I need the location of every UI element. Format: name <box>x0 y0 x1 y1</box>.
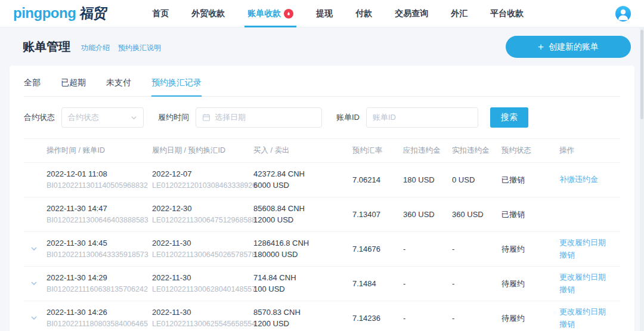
operation-time: 2022-11-30 14:45 <box>47 238 146 249</box>
feature-intro-link[interactable]: 功能介绍 <box>81 43 110 53</box>
bill-id-input[interactable]: 账单ID <box>366 107 478 128</box>
penalty-due: - <box>403 279 452 288</box>
exchange-reservation-id: LE01202211300625545658554 <box>152 318 247 330</box>
penalty-actual: - <box>452 279 501 288</box>
nav-item-home[interactable]: 首页 <box>141 0 180 27</box>
buy-amount: 42372.84 CNH <box>253 169 346 180</box>
action-link[interactable]: 更改履约日期 <box>559 237 614 249</box>
sell-amount: 180000 USD <box>253 249 346 261</box>
nav-item-bill-collection[interactable]: 账单收款 <box>236 0 305 27</box>
tab-overdue[interactable]: 已超期 <box>61 69 86 96</box>
expand-chevron-icon[interactable] <box>29 313 39 323</box>
bill-management-panel: 全部 已超期 未支付 预约换汇记录 合约状态 合约状态 履约时间 选择日期 账单… <box>10 66 634 331</box>
table-row: 2022-12-01 11:08 BI012022113011405059688… <box>24 162 620 197</box>
row-actions: 更改履约日期撤销 <box>559 272 620 296</box>
page-header: 账单管理 功能介绍 预约换汇说明 + 创建新的账单 <box>0 27 644 66</box>
brand-logo[interactable]: pingpong 福贸 <box>13 4 107 23</box>
col-perform-date-exchange-id: 履约日期 / 预约换汇ID <box>152 146 253 156</box>
reservation-status: 已撤销 <box>501 209 559 220</box>
tab-all[interactable]: 全部 <box>24 69 41 96</box>
expand-chevron-icon[interactable] <box>29 244 39 253</box>
reservation-status: 已撤销 <box>501 175 559 185</box>
tab-bar: 全部 已超期 未支付 预约换汇记录 <box>24 69 620 97</box>
expand-chevron-icon[interactable] <box>29 279 39 288</box>
logo-pingpong: pingpong <box>13 5 76 21</box>
table-header-row: 操作时间 / 账单ID 履约日期 / 预约换汇ID 买入 / 卖出 预约汇率 应… <box>24 138 620 162</box>
contract-status-placeholder: 合约状态 <box>68 112 99 123</box>
exchange-reservation-id: LE01202211300645026578578 <box>152 249 247 261</box>
performance-date: 2022-11-30 <box>152 238 247 249</box>
row-actions: 更改履约日期撤销 <box>559 307 620 330</box>
penalty-due: 180 USD <box>403 175 452 184</box>
penalty-due: - <box>403 245 452 253</box>
create-bill-button[interactable]: + 创建新的账单 <box>506 36 631 58</box>
col-status: 预约状态 <box>501 146 559 156</box>
tab-exchange-reservation-records[interactable]: 预约换汇记录 <box>151 69 202 96</box>
operation-time: 2022-11-30 14:29 <box>47 273 146 284</box>
page-header-links: 功能介绍 预约换汇说明 <box>81 43 161 53</box>
table-row: 2022-11-30 14:29 BI012022111606381357062… <box>24 266 620 301</box>
penalty-actual: - <box>452 314 501 323</box>
buy-amount: 85608.84 CNH <box>253 203 346 215</box>
table-row: 2022-11-30 14:47 BI012022113006464038885… <box>24 197 620 231</box>
performance-time-label: 履约时间 <box>158 112 189 123</box>
search-button[interactable]: 搜索 <box>490 107 528 128</box>
buy-amount: 8570.83 CNH <box>253 307 346 318</box>
performance-date: 2022-12-07 <box>152 169 247 180</box>
page-title: 账单管理 <box>23 39 70 55</box>
bill-id: BI01202211300643335918573 <box>47 249 146 261</box>
action-link[interactable]: 更改履约日期 <box>559 307 614 318</box>
action-link[interactable]: 补缴违约金 <box>559 174 614 185</box>
reserved-rate: 7.13407 <box>352 210 403 219</box>
reserved-rate: 7.14236 <box>352 314 403 323</box>
table-body: 2022-12-01 11:08 BI012022113011405059688… <box>24 162 620 331</box>
action-link[interactable]: 撤销 <box>559 284 614 296</box>
col-penalty-actual: 实扣违约金 <box>452 146 501 156</box>
action-link[interactable]: 撤销 <box>559 319 614 330</box>
user-avatar[interactable] <box>615 6 631 21</box>
nav-item-payment[interactable]: 付款 <box>344 0 383 27</box>
row-actions: 补缴违约金 <box>559 174 620 185</box>
tab-unpaid[interactable]: 未支付 <box>106 69 131 96</box>
scrollbar[interactable] <box>640 27 644 331</box>
operation-time: 2022-12-01 11:08 <box>47 169 146 180</box>
col-buy-sell: 买入 / 卖出 <box>253 146 352 156</box>
bill-id-placeholder: 账单ID <box>373 112 396 123</box>
main-nav: 首页 外贸收款 账单收款 提现 付款 交易查询 外汇 平台收款 <box>141 0 535 27</box>
col-penalty-due: 应扣违约金 <box>403 146 452 156</box>
performance-date: 2022-12-30 <box>152 203 247 215</box>
user-icon <box>615 6 631 21</box>
contract-status-select[interactable]: 合约状态 <box>61 107 144 128</box>
nav-item-forex[interactable]: 外汇 <box>439 0 479 27</box>
row-actions: 更改履约日期撤销 <box>559 237 620 261</box>
nav-item-platform-collection[interactable]: 平台收款 <box>479 0 535 27</box>
reservation-status: 待履约 <box>501 279 559 289</box>
sell-amount: 100 USD <box>253 284 346 295</box>
sell-amount: 6000 USD <box>253 180 346 191</box>
exchange-reservation-help-link[interactable]: 预约换汇说明 <box>118 43 161 53</box>
performance-date: 2022-11-30 <box>152 273 247 284</box>
reservation-status: 待履约 <box>501 244 559 255</box>
nav-item-transaction-query[interactable]: 交易查询 <box>383 0 439 27</box>
sell-amount: 1200 USD <box>253 318 346 330</box>
exchange-reservation-id: LE01202211300647512968588 <box>152 215 247 226</box>
nav-item-trade-collection[interactable]: 外贸收款 <box>180 0 236 27</box>
performance-date-placeholder: 选择日期 <box>215 112 246 123</box>
logo-fumao: 福贸 <box>79 4 109 23</box>
operation-time: 2022-11-30 14:47 <box>47 203 146 215</box>
action-link[interactable]: 更改履约日期 <box>559 272 614 283</box>
exchange-reservation-id: LE01202212010308463338920 <box>152 180 247 191</box>
action-link[interactable]: 撤销 <box>559 250 614 261</box>
col-op-time-bill-id: 操作时间 / 账单ID <box>47 146 152 156</box>
table-row: 2022-11-30 14:26 BI012022111808035840064… <box>24 301 620 331</box>
bill-id: BI01202211301140505968832 <box>47 180 146 191</box>
fire-icon <box>284 9 293 18</box>
plus-icon: + <box>538 42 544 52</box>
nav-item-withdraw[interactable]: 提现 <box>305 0 344 27</box>
scrollbar-thumb[interactable] <box>640 30 643 119</box>
performance-date-input[interactable]: 选择日期 <box>196 107 322 128</box>
bill-id: BI01202211180803584006465 <box>47 318 146 330</box>
filter-bar: 合约状态 合约状态 履约时间 选择日期 账单ID 账单ID 搜索 <box>24 107 620 128</box>
top-navigation-bar: pingpong 福贸 首页 外贸收款 账单收款 提现 付款 交易查询 外汇 平… <box>0 0 644 27</box>
penalty-actual: 360 USD <box>452 210 501 219</box>
